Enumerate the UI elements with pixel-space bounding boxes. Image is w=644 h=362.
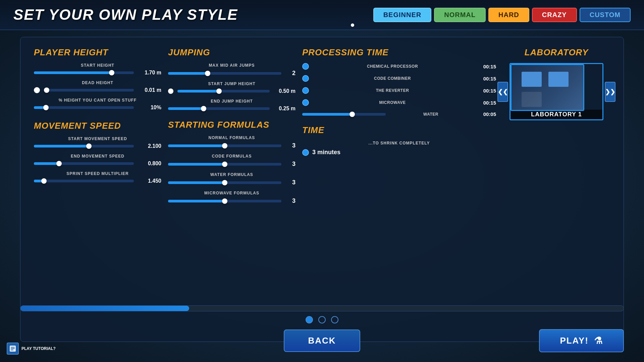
col-laboratory: LABORATORY ❮❮ <box>503 47 610 331</box>
normal-formulas-value: 3 <box>285 142 296 149</box>
max-air-jumps-row: MAX MID AIR JUMPS 2 <box>168 63 296 77</box>
start-height-value: 1.70 m <box>138 70 161 76</box>
microwave-formulas-track[interactable] <box>168 200 281 202</box>
time-subtitle: ...TO SHRINK COMPLETELY <box>302 141 496 145</box>
lab-name: Laboratory 1 <box>511 110 602 119</box>
reverter-time: 00:15 <box>476 88 496 94</box>
water-slider-thumb[interactable] <box>350 112 355 117</box>
start-height-thumb[interactable] <box>109 70 114 75</box>
microwave-toggle[interactable] <box>302 99 309 106</box>
code-formulas-row: CODE FORMULAS 3 <box>168 154 296 168</box>
difficulty-buttons: BEGINNER NORMAL HARD CRAZY CUSTOM <box>373 8 631 22</box>
header: Set your own Play style BEGINNER NORMAL … <box>0 0 644 30</box>
normal-formulas-fill <box>168 144 225 147</box>
svg-rect-11 <box>568 93 578 99</box>
start-height-track[interactable] <box>34 71 134 74</box>
start-speed-thumb[interactable] <box>86 143 92 149</box>
lab-prev-button[interactable]: ❮❮ <box>497 82 508 102</box>
bottom-buttons: BACK PLAY! ⚗ <box>20 329 624 352</box>
play-button[interactable]: PLAY! ⚗ <box>539 329 624 352</box>
difficulty-beginner[interactable]: BEGINNER <box>373 8 432 22</box>
code-formulas-fill <box>168 163 225 166</box>
progress-bar-outer <box>20 305 624 311</box>
difficulty-crazy[interactable]: CRAZY <box>532 8 577 22</box>
difficulty-custom[interactable]: CUSTOM <box>580 8 631 22</box>
end-speed-thumb[interactable] <box>56 161 62 166</box>
start-jump-fill <box>177 90 219 93</box>
water-formulas-value: 3 <box>285 179 296 186</box>
reverter-toggle[interactable] <box>302 87 309 94</box>
bottom-bar: BACK PLAY! ⚗ <box>20 305 624 352</box>
end-speed-fill <box>34 162 59 165</box>
normal-formulas-track[interactable] <box>168 144 281 147</box>
svg-rect-1 <box>518 69 545 87</box>
start-jump-thumb[interactable] <box>216 88 222 94</box>
jumping-section: JUMPING MAX MID AIR JUMPS 2 START JUMP H… <box>168 47 296 112</box>
water-formulas-thumb[interactable] <box>222 180 227 185</box>
chemical-processor-toggle[interactable] <box>302 63 309 70</box>
max-air-jumps-thumb[interactable] <box>205 71 210 76</box>
pct-height-thumb[interactable] <box>43 105 49 110</box>
max-air-jumps-label: MAX MID AIR JUMPS <box>168 63 296 68</box>
dead-height-toggle[interactable] <box>34 87 40 93</box>
end-jump-label: END JUMP HEIGHT <box>168 99 296 104</box>
code-combiner-time: 00:15 <box>476 76 496 81</box>
code-formulas-track[interactable] <box>168 163 281 166</box>
dot-2[interactable] <box>318 316 326 323</box>
code-combiner-label: CODE COMBINER <box>312 76 473 81</box>
difficulty-normal[interactable]: NORMAL <box>434 8 486 22</box>
chemical-processor-label: CHEMICAL PROCESSOR <box>312 64 473 69</box>
back-button[interactable]: BACK <box>284 329 360 352</box>
max-air-jumps-track[interactable] <box>168 72 281 75</box>
jumping-title: JUMPING <box>168 47 296 58</box>
sprint-multiplier-slider-container: 1.450 <box>34 178 161 184</box>
dot-1[interactable] <box>306 316 313 323</box>
laboratory-section: LABORATORY ❮❮ <box>503 47 610 120</box>
end-speed-value: 0.800 <box>138 161 161 167</box>
start-jump-track[interactable] <box>177 90 270 93</box>
water-formulas-row: WATER FORMULAS 3 <box>168 172 296 186</box>
end-speed-track[interactable] <box>34 162 134 165</box>
normal-formulas-container: 3 <box>168 142 296 149</box>
start-jump-toggle[interactable] <box>168 88 173 94</box>
dot-3[interactable] <box>331 316 338 323</box>
time-row: 3 minutes <box>302 149 496 156</box>
start-speed-track[interactable] <box>34 145 134 147</box>
processing-time-section: Processing Time CHEMICAL PROCESSOR 00:15… <box>302 47 496 117</box>
normal-formulas-thumb[interactable] <box>222 143 227 148</box>
code-formulas-container: 3 <box>168 161 296 168</box>
microwave-time: 00:15 <box>476 100 496 106</box>
player-height-title: Player Height <box>34 47 161 58</box>
tutorial-button[interactable]: PLAY TUTORIAL? <box>7 343 56 355</box>
sprint-multiplier-thumb[interactable] <box>41 178 47 184</box>
water-slider-track[interactable] <box>302 113 386 116</box>
col-jumping: JUMPING MAX MID AIR JUMPS 2 START JUMP H… <box>168 47 296 331</box>
chemical-processor-time: 00:15 <box>476 64 496 69</box>
end-jump-thumb[interactable] <box>201 106 206 111</box>
pct-height-track[interactable] <box>34 106 134 109</box>
pct-height-slider-container: 10% <box>34 105 161 111</box>
code-formulas-thumb[interactable] <box>222 162 227 167</box>
dead-height-thumb[interactable] <box>44 87 49 93</box>
microwave-label: MICROWAVE <box>312 100 473 105</box>
play-button-label: PLAY! <box>560 336 589 346</box>
movement-speed-title: Movement Speed <box>34 121 161 131</box>
svg-rect-3 <box>520 71 543 85</box>
sprint-multiplier-track[interactable] <box>34 180 134 182</box>
code-combiner-toggle[interactable] <box>302 75 309 82</box>
microwave-formulas-thumb[interactable] <box>222 198 227 204</box>
time-toggle[interactable] <box>302 149 309 156</box>
book-icon <box>9 345 16 352</box>
sprint-multiplier-value: 1.450 <box>138 178 161 184</box>
dot-indicators <box>20 316 624 323</box>
flask-icon: ⚗ <box>594 335 603 346</box>
lab-image-container: ❮❮ <box>509 63 603 120</box>
end-jump-value: 0.25 m <box>274 106 296 112</box>
dead-height-track[interactable] <box>44 89 134 92</box>
water-formulas-track[interactable] <box>168 181 281 184</box>
difficulty-hard[interactable]: HARD <box>488 8 529 22</box>
lab-next-button[interactable]: ❯❯ <box>605 82 615 102</box>
start-speed-row: START MOVEMENT SPEED 2.100 <box>34 136 161 149</box>
end-jump-track[interactable] <box>168 107 270 110</box>
dead-height-row: DEAD HEIGHT 0.01 m <box>34 80 161 93</box>
